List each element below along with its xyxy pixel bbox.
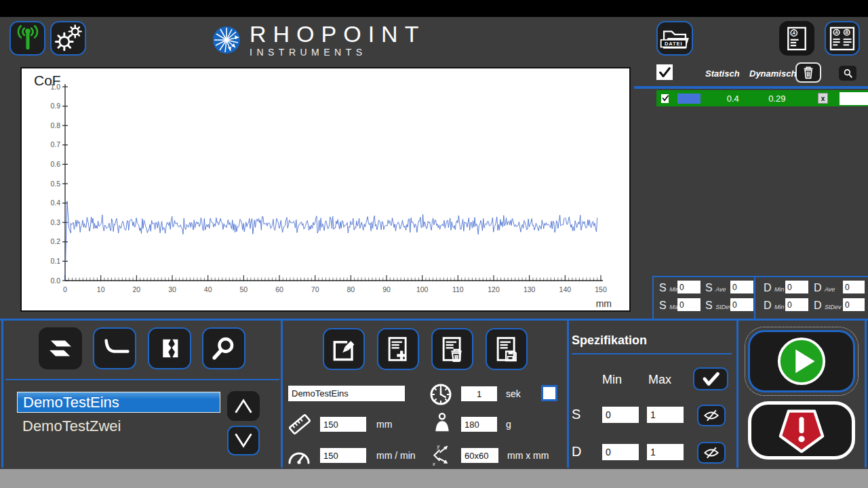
svg-text:0.1: 0.1 xyxy=(50,257,60,265)
spec-d-max-input[interactable] xyxy=(647,444,684,460)
statisch-label: Statisch xyxy=(705,68,740,79)
chart-x-unit: mm xyxy=(596,298,612,309)
eye-slash-icon xyxy=(702,445,721,460)
spec-s-max-input[interactable] xyxy=(647,407,684,423)
document-save-icon xyxy=(490,333,523,365)
stat-d-stdev-input[interactable] xyxy=(843,298,865,311)
test-name-input[interactable] xyxy=(288,386,405,401)
list-item-demotesteins[interactable]: DemoTestEins xyxy=(17,392,220,413)
report-compare-button[interactable]: A B xyxy=(825,21,860,56)
result-highlight-swatch[interactable] xyxy=(840,92,868,105)
mode-break-button[interactable] xyxy=(148,327,191,369)
svg-text:40: 40 xyxy=(204,285,212,293)
spec-s-min-input[interactable] xyxy=(602,407,639,423)
divider-1 xyxy=(281,321,283,468)
svg-text:70: 70 xyxy=(311,285,319,293)
list-item-label: DemoTestZwei xyxy=(22,418,121,435)
list-up-button[interactable] xyxy=(227,391,260,421)
list-item-demotestzwei[interactable]: DemoTestZwei xyxy=(17,415,220,436)
svg-text:140: 140 xyxy=(559,285,572,293)
result-row[interactable]: 0.4 0.29 x xyxy=(656,90,868,106)
report-single-button[interactable]: A xyxy=(779,21,814,56)
save-test-button[interactable] xyxy=(486,328,528,370)
weight-input[interactable] xyxy=(461,417,497,432)
stat-label: S StDev xyxy=(705,300,732,312)
settings-button[interactable] xyxy=(50,21,86,56)
speed-input[interactable] xyxy=(320,448,366,463)
add-test-button[interactable] xyxy=(377,328,419,370)
stop-test-button[interactable] xyxy=(748,401,855,460)
stat-d-min2-input[interactable] xyxy=(785,298,808,311)
svg-text:50: 50 xyxy=(239,285,248,293)
svg-text:0.4: 0.4 xyxy=(50,199,60,207)
time-option-checkbox[interactable] xyxy=(541,385,557,401)
stat-s-min-input[interactable] xyxy=(677,281,701,293)
chevron-up-icon xyxy=(231,396,256,416)
list-down-button[interactable] xyxy=(227,426,260,455)
spec-max-header: Max xyxy=(648,373,671,387)
svg-text:0: 0 xyxy=(63,285,67,293)
divider-2 xyxy=(567,321,569,468)
list-item-label: DemoTestEins xyxy=(23,394,119,411)
stat-s-max-input[interactable] xyxy=(677,298,701,311)
speed-unit-label: mm / min xyxy=(376,450,416,461)
svg-text:150: 150 xyxy=(595,285,607,293)
delete-test-button[interactable] xyxy=(431,328,473,370)
start-test-button[interactable] xyxy=(748,330,855,392)
svg-text:0.7: 0.7 xyxy=(50,140,60,148)
svg-text:90: 90 xyxy=(382,285,391,293)
result-close-button[interactable]: x xyxy=(818,93,827,104)
spec-row-d-label: D xyxy=(572,444,581,460)
edit-test-button[interactable] xyxy=(323,328,365,370)
stat-label: D Ave xyxy=(814,282,835,294)
stat-label: S Ave xyxy=(705,282,726,294)
mode-zoom-button[interactable] xyxy=(202,327,245,369)
logo-title: RHOPOINT xyxy=(250,22,425,45)
connection-button[interactable] xyxy=(9,21,45,56)
spec-apply-button[interactable] xyxy=(693,367,728,390)
report-a-icon: A xyxy=(782,24,812,54)
stat-s-stdev-input[interactable] xyxy=(730,298,753,311)
weight-unit-label: g xyxy=(506,419,511,430)
time-input[interactable] xyxy=(461,386,497,401)
file-button-label: DATEI xyxy=(665,40,682,46)
play-icon xyxy=(775,335,828,388)
kettlebell-icon xyxy=(432,411,452,434)
svg-text:130: 130 xyxy=(524,285,536,293)
chevron-down-icon xyxy=(231,430,256,451)
result-checkbox[interactable] xyxy=(661,94,669,103)
dynamisch-label: Dynamisch xyxy=(749,68,796,79)
svg-text:0.2: 0.2 xyxy=(50,237,60,245)
list-divider xyxy=(5,379,279,380)
spec-s-visibility-button[interactable] xyxy=(697,405,726,426)
stat-d-ave-input[interactable] xyxy=(843,281,865,293)
document-trash-icon xyxy=(436,333,469,365)
time-unit-label: sek xyxy=(506,388,521,399)
stat-label: D StDev xyxy=(814,300,842,312)
right-edge-divider xyxy=(865,321,867,468)
xy-arrows-icon: y x xyxy=(430,443,452,467)
cof-plot: 0.00.10.20.30.40.50.60.70.80.91.00102030… xyxy=(22,68,627,308)
delete-result-button[interactable] xyxy=(795,62,821,83)
document-plus-icon xyxy=(382,333,414,365)
stat-d-min-input[interactable] xyxy=(785,281,808,293)
svg-text:60: 60 xyxy=(275,285,283,293)
svg-text:0.3: 0.3 xyxy=(50,218,60,226)
stat-s-ave-input[interactable] xyxy=(730,281,753,293)
mode-friction-button[interactable] xyxy=(39,327,82,369)
show-all-results-checkbox[interactable] xyxy=(656,64,673,80)
result-color-swatch[interactable] xyxy=(677,94,701,104)
result-static-value: 0.4 xyxy=(721,94,745,104)
logo-subtitle: INSTRUMENTS xyxy=(250,47,425,57)
length-input[interactable] xyxy=(320,417,366,432)
file-button[interactable]: DATEI xyxy=(656,21,693,56)
svg-text:80: 80 xyxy=(347,285,355,293)
svg-text:120: 120 xyxy=(488,285,500,293)
spec-d-visibility-button[interactable] xyxy=(697,442,726,464)
spec-d-min-input[interactable] xyxy=(602,444,639,460)
mode-peak-button[interactable] xyxy=(93,327,136,369)
area-input[interactable] xyxy=(461,448,498,463)
inspect-result-button[interactable] xyxy=(839,66,856,81)
clock-icon xyxy=(429,382,453,407)
chart-title: CoF xyxy=(34,73,61,89)
